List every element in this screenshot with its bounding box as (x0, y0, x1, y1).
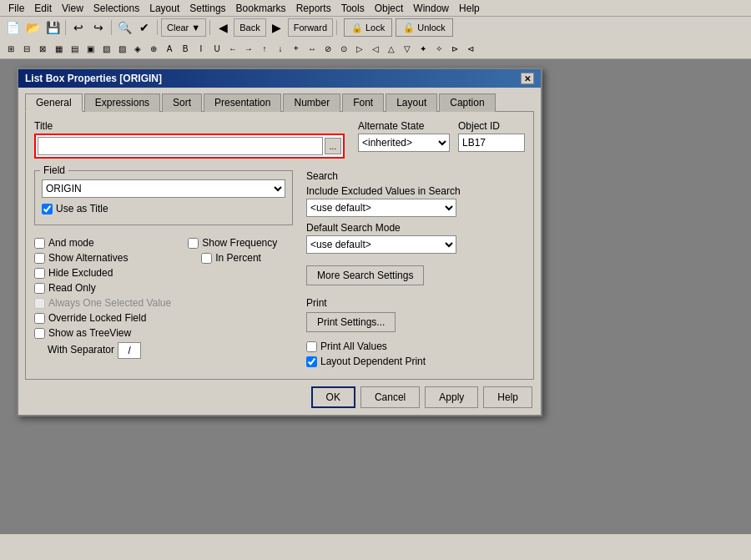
tb2-btn11[interactable]: A (162, 41, 177, 56)
field-select[interactable]: ORIGIN (42, 179, 285, 198)
tab-general[interactable]: General (25, 93, 83, 112)
open-btn[interactable]: 📂 (23, 18, 42, 37)
ok-btn[interactable]: OK (311, 386, 355, 408)
print-settings-btn[interactable]: Print Settings... (306, 312, 396, 332)
in-percent-label[interactable]: In Percent (215, 252, 261, 264)
forward-icon[interactable]: ▶ (268, 18, 286, 37)
check-btn[interactable]: ✔ (135, 18, 154, 37)
search-btn[interactable]: 🔍 (115, 18, 134, 37)
menu-layout[interactable]: Layout (144, 1, 184, 16)
show-alternatives-label[interactable]: Show Alternatives (48, 252, 128, 264)
tb2-btn12[interactable]: B (178, 41, 193, 56)
tb2-btn1[interactable]: ⊞ (3, 41, 18, 56)
menu-window[interactable]: Window (408, 1, 454, 16)
menu-file[interactable]: File (3, 1, 29, 16)
tb2-btn6[interactable]: ▣ (83, 41, 98, 56)
menu-bookmarks[interactable]: Bookmarks (231, 1, 291, 16)
save-btn[interactable]: 💾 (43, 18, 62, 37)
menu-selections[interactable]: Selections (88, 1, 144, 16)
tab-caption[interactable]: Caption (439, 93, 495, 112)
in-percent-checkbox[interactable] (201, 253, 212, 264)
clear-btn[interactable]: Clear ▼ (161, 18, 206, 37)
back-icon[interactable]: ◀ (214, 18, 232, 37)
tab-layout[interactable]: Layout (386, 93, 437, 112)
tb2-btn18[interactable]: ↓ (273, 41, 288, 56)
tb2-btn26[interactable]: ▽ (400, 41, 415, 56)
tb2-btn7[interactable]: ▧ (98, 41, 113, 56)
alternate-state-select[interactable]: <inherited> (358, 134, 450, 152)
object-id-input[interactable] (458, 134, 525, 152)
tb2-btn13[interactable]: I (194, 41, 209, 56)
tb2-btn30[interactable]: ⊲ (463, 41, 478, 56)
menu-settings[interactable]: Settings (184, 1, 230, 16)
show-frequency-checkbox[interactable] (188, 238, 199, 249)
menu-object[interactable]: Object (370, 1, 409, 16)
tb2-btn19[interactable]: ⌖ (289, 41, 304, 56)
menu-view[interactable]: View (57, 1, 88, 16)
tb2-btn25[interactable]: △ (384, 41, 399, 56)
read-only-label[interactable]: Read Only (48, 282, 96, 294)
redo-btn[interactable]: ↪ (89, 18, 108, 37)
tb2-btn24[interactable]: ◁ (368, 41, 383, 56)
tb2-btn8[interactable]: ▨ (114, 41, 129, 56)
tab-sort[interactable]: Sort (162, 93, 202, 112)
undo-btn[interactable]: ↩ (69, 18, 88, 37)
use-as-title-label[interactable]: Use as Title (56, 203, 108, 214)
cancel-btn[interactable]: Cancel (360, 386, 420, 408)
tb2-btn28[interactable]: ✧ (431, 41, 446, 56)
tb2-btn5[interactable]: ▤ (67, 41, 82, 56)
read-only-checkbox[interactable] (34, 283, 45, 294)
tb2-btn2[interactable]: ⊟ (19, 41, 34, 56)
tb2-btn22[interactable]: ⊙ (336, 41, 351, 56)
hide-excluded-label[interactable]: Hide Excluded (48, 267, 113, 279)
tb2-btn15[interactable]: ← (225, 41, 240, 56)
lock-btn[interactable]: 🔒 Lock (344, 18, 392, 37)
tb2-btn29[interactable]: ⊳ (447, 41, 462, 56)
show-alternatives-checkbox[interactable] (34, 253, 45, 264)
menu-help[interactable]: Help (454, 1, 485, 16)
unlock-btn[interactable]: 🔓 Unlock (396, 18, 453, 37)
tb2-btn23[interactable]: ▷ (352, 41, 367, 56)
override-locked-checkbox[interactable] (34, 313, 45, 324)
with-separator-input[interactable] (118, 342, 141, 359)
tb2-btn17[interactable]: ↑ (257, 41, 272, 56)
more-search-settings-btn[interactable]: More Search Settings (306, 265, 424, 285)
tb2-btn4[interactable]: ▦ (51, 41, 66, 56)
layout-dependent-label[interactable]: Layout Dependent Print (320, 356, 426, 367)
and-mode-checkbox[interactable] (34, 238, 45, 249)
print-all-values-checkbox[interactable] (306, 341, 317, 352)
back-btn[interactable]: Back (234, 18, 265, 37)
clear-dropdown-icon[interactable]: ▼ (191, 23, 200, 33)
include-excluded-select[interactable]: <use default> (306, 199, 456, 217)
title-input[interactable] (38, 137, 323, 155)
show-treeview-checkbox[interactable] (34, 328, 45, 339)
tb2-btn27[interactable]: ✦ (416, 41, 431, 56)
title-browse-btn[interactable]: ... (325, 138, 341, 154)
layout-dependent-checkbox[interactable] (306, 356, 317, 367)
tab-number[interactable]: Number (283, 93, 340, 112)
always-one-checkbox[interactable] (34, 298, 45, 309)
help-btn[interactable]: Help (483, 386, 532, 408)
dialog-close-btn[interactable]: ✕ (521, 73, 534, 84)
show-treeview-label[interactable]: Show as TreeView (48, 327, 131, 339)
menu-edit[interactable]: Edit (29, 1, 57, 16)
tb2-btn14[interactable]: U (209, 41, 224, 56)
menu-tools[interactable]: Tools (336, 1, 370, 16)
hide-excluded-checkbox[interactable] (34, 268, 45, 279)
tb2-btn9[interactable]: ◈ (130, 41, 145, 56)
tb2-btn10[interactable]: ⊕ (146, 41, 161, 56)
tb2-btn20[interactable]: ↔ (305, 41, 320, 56)
show-frequency-label[interactable]: Show Frequency (202, 237, 277, 249)
tb2-btn3[interactable]: ⊠ (35, 41, 50, 56)
tab-font[interactable]: Font (342, 93, 384, 112)
forward-btn[interactable]: Forward (288, 18, 333, 37)
use-as-title-checkbox[interactable] (42, 204, 53, 214)
menu-reports[interactable]: Reports (291, 1, 336, 16)
override-locked-label[interactable]: Override Locked Field (48, 312, 146, 324)
tb2-btn16[interactable]: → (241, 41, 256, 56)
new-btn[interactable]: 📄 (3, 18, 22, 37)
tb2-btn21[interactable]: ⊘ (320, 41, 335, 56)
and-mode-label[interactable]: And mode (48, 237, 94, 249)
tab-presentation[interactable]: Presentation (204, 93, 281, 112)
tab-expressions[interactable]: Expressions (84, 93, 160, 112)
